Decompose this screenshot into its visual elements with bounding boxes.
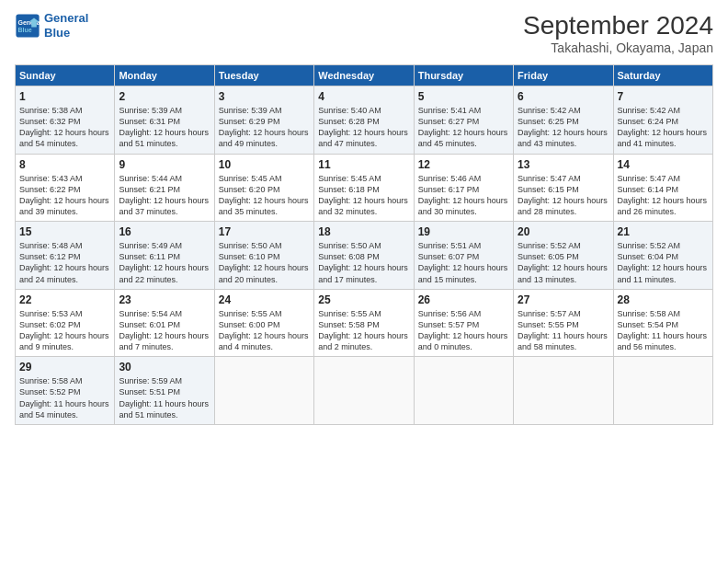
- calendar-page: General Blue GeneralBlue September 2024 …: [0, 0, 728, 563]
- day-number: 30: [119, 361, 210, 373]
- day-number: 17: [219, 225, 310, 238]
- day-info: Sunrise: 5:41 AMSunset: 6:27 PMDaylight:…: [418, 105, 509, 150]
- day-number: 23: [119, 293, 210, 306]
- logo-icon: General Blue: [15, 13, 40, 39]
- day-number: 26: [418, 293, 509, 306]
- day-info: Sunrise: 5:47 AMSunset: 6:15 PMDaylight:…: [518, 173, 609, 218]
- day-info: Sunrise: 5:38 AMSunset: 6:32 PMDaylight:…: [19, 105, 110, 150]
- day-number: 12: [418, 158, 509, 171]
- col-header-friday: Friday: [514, 65, 613, 86]
- day-cell: 8 Sunrise: 5:43 AMSunset: 6:22 PMDayligh…: [16, 154, 115, 222]
- day-info: Sunrise: 5:44 AMSunset: 6:21 PMDaylight:…: [119, 173, 210, 218]
- day-info: Sunrise: 5:47 AMSunset: 6:14 PMDaylight:…: [618, 173, 709, 218]
- day-info: Sunrise: 5:49 AMSunset: 6:11 PMDaylight:…: [119, 240, 210, 285]
- day-info: Sunrise: 5:55 AMSunset: 6:00 PMDaylight:…: [219, 308, 310, 353]
- day-cell: 20 Sunrise: 5:52 AMSunset: 6:05 PMDaylig…: [514, 222, 613, 290]
- calendar-table: SundayMondayTuesdayWednesdayThursdayFrid…: [15, 64, 713, 425]
- day-number: 25: [318, 293, 409, 306]
- day-info: Sunrise: 5:54 AMSunset: 6:01 PMDaylight:…: [119, 308, 210, 353]
- week-row-2: 8 Sunrise: 5:43 AMSunset: 6:22 PMDayligh…: [16, 154, 713, 222]
- day-number: 9: [119, 158, 210, 171]
- day-cell: [514, 357, 613, 425]
- day-cell: 18 Sunrise: 5:50 AMSunset: 6:08 PMDaylig…: [314, 222, 414, 290]
- col-header-saturday: Saturday: [613, 65, 712, 86]
- day-cell: 21 Sunrise: 5:52 AMSunset: 6:04 PMDaylig…: [613, 222, 712, 290]
- day-number: 5: [418, 90, 509, 103]
- day-cell: 27 Sunrise: 5:57 AMSunset: 5:55 PMDaylig…: [514, 289, 613, 357]
- day-info: Sunrise: 5:58 AMSunset: 5:54 PMDaylight:…: [618, 308, 709, 353]
- day-cell: 25 Sunrise: 5:55 AMSunset: 5:58 PMDaylig…: [314, 289, 414, 357]
- day-info: Sunrise: 5:56 AMSunset: 5:57 PMDaylight:…: [418, 308, 509, 353]
- day-cell: 11 Sunrise: 5:45 AMSunset: 6:18 PMDaylig…: [314, 154, 414, 222]
- week-row-5: 29 Sunrise: 5:58 AMSunset: 5:52 PMDaylig…: [16, 357, 713, 425]
- day-info: Sunrise: 5:39 AMSunset: 6:29 PMDaylight:…: [219, 105, 310, 150]
- day-number: 29: [19, 361, 110, 373]
- col-header-tuesday: Tuesday: [214, 65, 313, 86]
- day-info: Sunrise: 5:45 AMSunset: 6:18 PMDaylight:…: [318, 173, 409, 218]
- day-info: Sunrise: 5:55 AMSunset: 5:58 PMDaylight:…: [318, 308, 409, 353]
- header-row: SundayMondayTuesdayWednesdayThursdayFrid…: [16, 65, 713, 86]
- day-info: Sunrise: 5:42 AMSunset: 6:24 PMDaylight:…: [618, 105, 709, 150]
- day-number: 21: [618, 225, 709, 238]
- header: General Blue GeneralBlue September 2024 …: [15, 11, 713, 55]
- day-info: Sunrise: 5:53 AMSunset: 6:02 PMDaylight:…: [19, 308, 110, 353]
- day-number: 11: [318, 158, 409, 171]
- day-info: Sunrise: 5:46 AMSunset: 6:17 PMDaylight:…: [418, 173, 509, 218]
- week-row-4: 22 Sunrise: 5:53 AMSunset: 6:02 PMDaylig…: [16, 289, 713, 357]
- day-cell: 29 Sunrise: 5:58 AMSunset: 5:52 PMDaylig…: [16, 357, 115, 425]
- location: Takahashi, Okayama, Japan: [523, 40, 713, 55]
- day-info: Sunrise: 5:50 AMSunset: 6:10 PMDaylight:…: [219, 240, 310, 285]
- day-info: Sunrise: 5:48 AMSunset: 6:12 PMDaylight:…: [19, 240, 110, 285]
- day-number: 20: [518, 225, 609, 238]
- day-info: Sunrise: 5:50 AMSunset: 6:08 PMDaylight:…: [318, 240, 409, 285]
- day-cell: 1 Sunrise: 5:38 AMSunset: 6:32 PMDayligh…: [16, 86, 115, 155]
- day-number: 24: [219, 293, 310, 306]
- day-cell: [214, 357, 313, 425]
- day-info: Sunrise: 5:57 AMSunset: 5:55 PMDaylight:…: [518, 308, 609, 353]
- day-cell: 24 Sunrise: 5:55 AMSunset: 6:00 PMDaylig…: [214, 289, 313, 357]
- day-info: Sunrise: 5:59 AMSunset: 5:51 PMDaylight:…: [119, 375, 210, 420]
- day-cell: 13 Sunrise: 5:47 AMSunset: 6:15 PMDaylig…: [514, 154, 613, 222]
- day-cell: 15 Sunrise: 5:48 AMSunset: 6:12 PMDaylig…: [16, 222, 115, 290]
- day-cell: [314, 357, 414, 425]
- day-number: 1: [19, 90, 110, 103]
- day-number: 6: [518, 90, 609, 103]
- day-cell: 22 Sunrise: 5:53 AMSunset: 6:02 PMDaylig…: [16, 289, 115, 357]
- day-cell: [613, 357, 712, 425]
- col-header-wednesday: Wednesday: [314, 65, 414, 86]
- day-number: 2: [119, 90, 210, 103]
- week-row-3: 15 Sunrise: 5:48 AMSunset: 6:12 PMDaylig…: [16, 222, 713, 290]
- day-cell: 12 Sunrise: 5:46 AMSunset: 6:17 PMDaylig…: [414, 154, 513, 222]
- day-number: 10: [219, 158, 310, 171]
- day-cell: 4 Sunrise: 5:40 AMSunset: 6:28 PMDayligh…: [314, 86, 414, 155]
- day-info: Sunrise: 5:58 AMSunset: 5:52 PMDaylight:…: [19, 375, 110, 420]
- day-cell: 28 Sunrise: 5:58 AMSunset: 5:54 PMDaylig…: [613, 289, 712, 357]
- day-cell: 9 Sunrise: 5:44 AMSunset: 6:21 PMDayligh…: [115, 154, 214, 222]
- day-info: Sunrise: 5:52 AMSunset: 6:04 PMDaylight:…: [618, 240, 709, 285]
- day-cell: 30 Sunrise: 5:59 AMSunset: 5:51 PMDaylig…: [115, 357, 214, 425]
- logo: General Blue GeneralBlue: [15, 11, 88, 40]
- day-number: 15: [19, 225, 110, 238]
- day-cell: 19 Sunrise: 5:51 AMSunset: 6:07 PMDaylig…: [414, 222, 513, 290]
- day-number: 4: [318, 90, 409, 103]
- day-cell: 6 Sunrise: 5:42 AMSunset: 6:25 PMDayligh…: [514, 86, 613, 155]
- day-cell: 17 Sunrise: 5:50 AMSunset: 6:10 PMDaylig…: [214, 222, 313, 290]
- day-cell: 7 Sunrise: 5:42 AMSunset: 6:24 PMDayligh…: [613, 86, 712, 155]
- day-number: 7: [618, 90, 709, 103]
- day-cell: 5 Sunrise: 5:41 AMSunset: 6:27 PMDayligh…: [414, 86, 513, 155]
- day-cell: 23 Sunrise: 5:54 AMSunset: 6:01 PMDaylig…: [115, 289, 214, 357]
- day-info: Sunrise: 5:40 AMSunset: 6:28 PMDaylight:…: [318, 105, 409, 150]
- day-info: Sunrise: 5:45 AMSunset: 6:20 PMDaylight:…: [219, 173, 310, 218]
- svg-text:Blue: Blue: [18, 27, 32, 33]
- col-header-thursday: Thursday: [414, 65, 513, 86]
- day-number: 22: [19, 293, 110, 306]
- week-row-1: 1 Sunrise: 5:38 AMSunset: 6:32 PMDayligh…: [16, 86, 713, 155]
- day-info: Sunrise: 5:43 AMSunset: 6:22 PMDaylight:…: [19, 173, 110, 218]
- day-info: Sunrise: 5:39 AMSunset: 6:31 PMDaylight:…: [119, 105, 210, 150]
- logo-text: GeneralBlue: [44, 11, 88, 40]
- day-number: 28: [618, 293, 709, 306]
- day-cell: 3 Sunrise: 5:39 AMSunset: 6:29 PMDayligh…: [214, 86, 313, 155]
- day-cell: 26 Sunrise: 5:56 AMSunset: 5:57 PMDaylig…: [414, 289, 513, 357]
- month-title: September 2024: [523, 11, 713, 40]
- day-cell: 2 Sunrise: 5:39 AMSunset: 6:31 PMDayligh…: [115, 86, 214, 155]
